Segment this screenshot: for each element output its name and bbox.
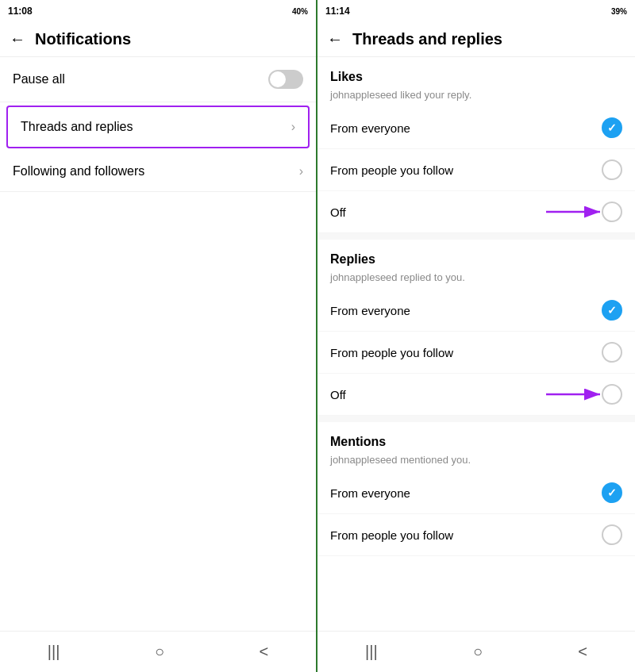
pause-all-row[interactable]: Pause all — [0, 57, 316, 102]
left-status-bar: 11:08 40% — [0, 0, 316, 22]
threads-replies-chevron: › — [291, 120, 295, 134]
right-back-button[interactable]: ← — [327, 30, 343, 48]
replies-off-row[interactable]: Off — [318, 374, 635, 416]
left-battery: 40% — [292, 7, 308, 16]
likes-subtitle: johnappleseed liked your reply. — [318, 87, 635, 107]
left-status-icons: 40% — [292, 7, 308, 16]
replies-section: Replies johnappleseed replied to you. Fr… — [318, 240, 635, 416]
left-home-icon[interactable]: ○ — [139, 636, 180, 667]
mentions-from-everyone-label: From everyone — [330, 486, 410, 500]
likes-section: Likes johnappleseed liked your reply. Fr… — [318, 57, 635, 233]
likes-from-follow-label: From people you follow — [330, 163, 453, 177]
likes-from-everyone-label: From everyone — [330, 121, 410, 135]
replies-off-label: Off — [330, 388, 346, 401]
replies-from-everyone-row[interactable]: From everyone — [318, 290, 635, 332]
replies-from-everyone-label: From everyone — [330, 304, 410, 317]
likes-off-row[interactable]: Off — [318, 191, 635, 233]
right-time: 11:14 — [325, 6, 350, 17]
pause-all-label: Pause all — [13, 72, 65, 86]
replies-from-follow-radio[interactable] — [602, 342, 622, 363]
replies-from-follow-label: From people you follow — [330, 346, 453, 359]
right-settings-list: Likes johnappleseed liked your reply. Fr… — [318, 57, 635, 631]
mentions-section: Mentions johnappleseed mentioned you. Fr… — [318, 422, 635, 556]
mentions-section-title: Mentions — [318, 422, 635, 452]
replies-arrow-annotation — [546, 383, 610, 405]
pause-all-toggle[interactable] — [268, 70, 303, 89]
mentions-from-follow-row[interactable]: From people you follow — [318, 514, 635, 556]
right-page-title: Threads and replies — [352, 30, 502, 48]
left-header: ← Notifications — [0, 22, 316, 57]
right-home-icon[interactable]: ○ — [457, 636, 498, 667]
mentions-from-follow-radio[interactable] — [602, 524, 622, 545]
left-bottom-nav: ||| ○ < — [0, 631, 316, 672]
left-menu-icon[interactable]: ||| — [32, 636, 76, 667]
likes-from-follow-row[interactable]: From people you follow — [318, 149, 635, 191]
right-panel: 11:14 39% ← Threads and replies Likes jo… — [318, 0, 635, 672]
likes-off-radio[interactable] — [602, 202, 622, 222]
likes-section-title: Likes — [318, 57, 635, 87]
divider-1 — [318, 233, 635, 240]
left-time: 11:08 — [8, 6, 33, 17]
right-bottom-nav: ||| ○ < — [318, 631, 635, 672]
following-followers-label: Following and followers — [13, 164, 144, 179]
likes-from-everyone-radio[interactable] — [602, 117, 622, 138]
replies-subtitle: johnappleseed replied to you. — [318, 270, 635, 290]
replies-section-title: Replies — [318, 240, 635, 270]
mentions-from-everyone-row[interactable]: From everyone — [318, 472, 635, 514]
replies-from-everyone-radio[interactable] — [602, 300, 622, 321]
divider-2 — [318, 416, 635, 422]
right-header: ← Threads and replies — [318, 22, 635, 57]
right-back-icon[interactable]: < — [562, 636, 603, 667]
left-page-title: Notifications — [35, 30, 131, 48]
left-back-button[interactable]: ← — [10, 30, 25, 48]
left-settings-list: Pause all Threads and replies › Followin… — [0, 57, 316, 631]
likes-off-label: Off — [330, 205, 346, 219]
right-battery: 39% — [611, 7, 627, 16]
likes-arrow-annotation — [546, 201, 610, 223]
mentions-subtitle: johnappleseed mentioned you. — [318, 452, 635, 472]
mentions-from-everyone-radio[interactable] — [602, 482, 622, 503]
replies-from-follow-row[interactable]: From people you follow — [318, 332, 635, 374]
left-back-icon[interactable]: < — [244, 636, 285, 667]
right-menu-icon[interactable]: ||| — [349, 636, 394, 667]
right-status-bar: 11:14 39% — [318, 0, 635, 22]
following-followers-chevron: › — [299, 164, 303, 179]
threads-replies-row[interactable]: Threads and replies › — [6, 106, 310, 148]
threads-replies-label: Threads and replies — [21, 120, 133, 134]
likes-from-follow-radio[interactable] — [602, 159, 622, 180]
right-status-icons: 39% — [611, 7, 627, 16]
likes-from-everyone-row[interactable]: From everyone — [318, 107, 635, 149]
following-followers-row[interactable]: Following and followers › — [0, 152, 316, 192]
mentions-from-follow-label: From people you follow — [330, 528, 453, 542]
replies-off-radio[interactable] — [602, 384, 622, 405]
left-panel: 11:08 40% ← Notifications Pause all Thre… — [0, 0, 318, 672]
